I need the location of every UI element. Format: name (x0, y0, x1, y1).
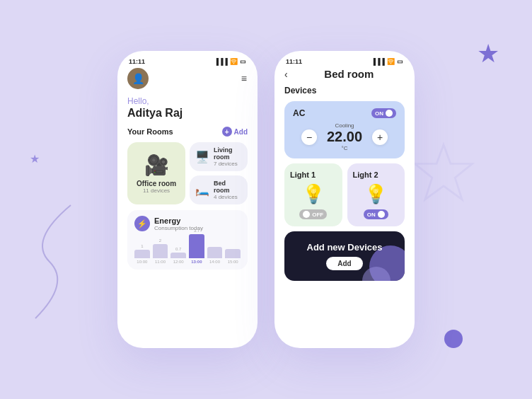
room-card-office[interactable]: 🎥 Office room 11 devices (127, 142, 185, 204)
light2-name: Light 2 (353, 170, 378, 179)
chart-label-1: 10:00 (137, 260, 147, 264)
light2-toggle[interactable]: ON (364, 209, 388, 219)
greeting-hello: Hello, (127, 96, 248, 106)
chart-col-4: 3.7 13:00 (189, 229, 204, 264)
wifi-icon: 🛜 (230, 58, 238, 65)
rooms-label: Your Rooms (127, 127, 173, 136)
chart-label-4: 13:00 (191, 260, 202, 264)
phones-wrapper: 11:11 ▐▐▐ 🛜 ▭ 👤 ≡ Hello, Aditya Raj Your… (117, 51, 415, 348)
office-room-devices: 11 devices (143, 187, 170, 194)
chart-value-1: 1 (141, 244, 143, 248)
ac-label: AC (293, 108, 305, 118)
add-devices-card: Add new Devices Add (284, 231, 405, 281)
light1-toggle[interactable]: OFF (299, 209, 327, 219)
chart-col-2: 2 11:00 (153, 238, 168, 264)
ac-unit: °C (327, 145, 362, 151)
light2-toggle-circle (378, 211, 385, 218)
light2-card[interactable]: Light 2 💡 ON (347, 163, 405, 226)
battery-icon: ▭ (240, 58, 246, 65)
light1-card[interactable]: Light 1 💡 OFF (284, 163, 342, 226)
energy-card: ⚡ Energy Consumption today 1 10:00 2 (127, 210, 248, 270)
star-decoration-large: ★ (477, 39, 505, 67)
light2-state: ON (367, 212, 376, 218)
chart-value-2: 2 (159, 238, 161, 243)
devices-section-label: Devices (284, 86, 405, 96)
chart-value-4: 3.7 (194, 229, 200, 233)
menu-icon[interactable]: ≡ (241, 73, 248, 84)
phone1-header: 👤 ≡ (127, 68, 248, 89)
chart-bar-4 (189, 234, 204, 258)
status-icons-phone2: ▐▐▐ 🛜 ▭ (371, 58, 403, 65)
chart-value-3: 0.7 (175, 247, 181, 251)
phone-home: 11:11 ▐▐▐ 🛜 ▭ 👤 ≡ Hello, Aditya Raj Your… (117, 51, 258, 348)
bed-room-icon: 🛏️ (195, 183, 209, 197)
light1-state: OFF (312, 212, 323, 218)
chart-label-5: 14:00 (209, 260, 220, 264)
room-card-bed[interactable]: 🛏️ Bed room 4 devices (190, 175, 248, 204)
ac-cooling-label: Cooling (327, 122, 362, 129)
living-room-name: Living room (214, 146, 242, 161)
ac-toggle[interactable]: ON (371, 108, 396, 118)
signal-icon: ▐▐▐ (214, 58, 228, 65)
add-icon: + (222, 127, 232, 137)
status-bar-phone1: 11:11 ▐▐▐ 🛜 ▭ (117, 51, 258, 68)
bed-room-devices: 4 devices (214, 194, 242, 200)
phone1-content: 👤 ≡ Hello, Aditya Raj Your Rooms + Add 🎥… (117, 68, 258, 278)
chart-bar-2 (153, 244, 168, 258)
energy-title: Energy (154, 216, 203, 225)
chart-col-3: 0.7 12:00 (170, 247, 186, 264)
chart-col-1: 1 10:00 (134, 244, 150, 264)
chart-bar-1 (134, 250, 150, 258)
chart-bar-5 (207, 247, 223, 258)
avatar[interactable]: 👤 (127, 68, 149, 89)
light1-bulb-icon: 💡 (302, 183, 325, 205)
chart-label-3: 12:00 (173, 260, 184, 264)
add-devices-title: Add new Devices (307, 242, 383, 253)
chart-label-2: 11:00 (155, 260, 166, 264)
chart-bar-6 (225, 249, 241, 258)
back-button[interactable]: ‹ (284, 69, 288, 80)
star-decoration-small: ★ (30, 152, 40, 166)
time-phone2: 11:11 (286, 58, 302, 65)
time-phone1: 11:11 (129, 58, 145, 65)
user-name: Aditya Raj (127, 107, 248, 120)
curve-decoration (21, 198, 78, 325)
wifi-icon-2: 🛜 (387, 58, 395, 65)
svg-marker-0 (415, 145, 473, 200)
lights-row: Light 1 💡 OFF Light 2 💡 ON (284, 163, 405, 226)
office-room-icon: 🎥 (144, 154, 169, 177)
chart-col-6: 15:00 (225, 248, 241, 264)
phone2-content: ‹ Bed room Devices AC ON − Cooling (274, 68, 415, 289)
chart-col-5: 14:00 (207, 245, 223, 264)
room-title: Bed room (294, 68, 405, 80)
add-room-button[interactable]: + Add (222, 127, 248, 137)
ac-minus-button[interactable]: − (301, 129, 317, 145)
add-label: Add (234, 128, 248, 136)
chart-bar-3 (170, 253, 186, 258)
battery-icon-2: ▭ (397, 58, 403, 65)
ac-plus-button[interactable]: + (372, 129, 388, 145)
room-card-living[interactable]: 🖥️ Living room 7 devices (190, 142, 248, 171)
energy-chart: 1 10:00 2 11:00 0.7 12:00 (134, 236, 241, 264)
office-room-name: Office room (137, 180, 176, 187)
light2-bulb-icon: 💡 (364, 183, 387, 205)
add-devices-button[interactable]: Add (326, 257, 362, 270)
phone-bedroom: 11:11 ▐▐▐ 🛜 ▭ ‹ Bed room Devices AC ON (274, 51, 415, 348)
status-icons-phone1: ▐▐▐ 🛜 ▭ (214, 58, 246, 65)
star-outline-decoration (412, 141, 475, 205)
status-bar-phone2: 11:11 ▐▐▐ 🛜 ▭ (274, 51, 415, 68)
living-room-devices: 7 devices (214, 161, 242, 167)
signal-icon-2: ▐▐▐ (371, 58, 385, 65)
ac-card: AC ON − Cooling 22.00 °C + (284, 101, 405, 158)
ac-controls: − Cooling 22.00 °C + (293, 122, 396, 151)
rooms-header: Your Rooms + Add (127, 127, 248, 137)
energy-icon: ⚡ (134, 216, 150, 231)
ac-toggle-text: ON (375, 110, 383, 117)
ac-card-top: AC ON (293, 108, 396, 118)
chart-label-6: 15:00 (228, 260, 238, 264)
energy-header: ⚡ Energy Consumption today (134, 216, 241, 231)
rooms-grid: 🎥 Office room 11 devices 🖥️ Living room … (127, 142, 248, 204)
light1-toggle-circle (303, 211, 310, 218)
ac-toggle-circle (386, 110, 393, 117)
light1-name: Light 1 (290, 170, 316, 179)
